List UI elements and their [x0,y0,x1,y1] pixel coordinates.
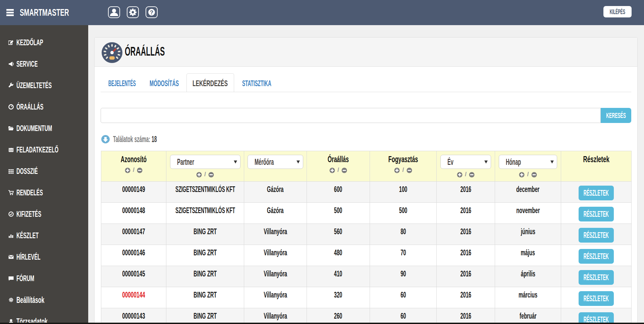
svg-text:?: ? [150,9,153,16]
